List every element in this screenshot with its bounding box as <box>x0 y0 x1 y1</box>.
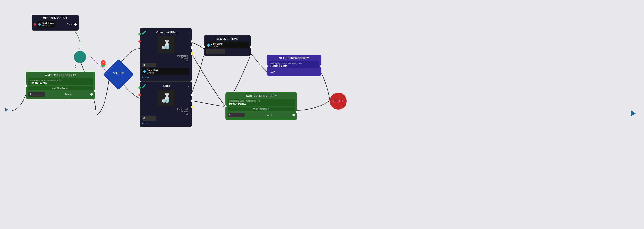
get-item-count-title: GET ITEM COUNT <box>34 17 76 20</box>
elixir-quantity[interactable] <box>142 116 156 120</box>
remove-item-sub: My Item <box>211 45 222 48</box>
consume-id-port <box>190 52 193 55</box>
remove-items-node: REMOVE ITEMS Dark Elixir My Item <box>204 35 251 56</box>
consume-purchased-port <box>190 40 193 43</box>
wait1-right-port <box>94 90 96 92</box>
consume-bottle-icon: 🧪 <box>142 30 147 35</box>
wait2-path2: Health Points <box>229 102 294 105</box>
wait2-path1: Gameplay Data › Gameplay Info <box>229 100 294 102</box>
reset-button[interactable]: RESET <box>330 93 347 110</box>
greater-than-symbol: › <box>79 55 80 59</box>
wait1-title: WAIT USERPROPERTY <box>28 74 93 77</box>
consume-left-red <box>138 40 141 43</box>
zero-label: 0 <box>75 65 76 68</box>
reset-label: RESET <box>334 100 343 103</box>
elixir-left-red <box>138 94 141 96</box>
remove-left-port <box>202 46 205 48</box>
wait-userproperty-1-node: WAIT USERPROPERTY Gameplay Data › Gamepl… <box>26 72 95 100</box>
set-path2: Health Points <box>270 64 318 68</box>
dark-elixir-badge: Dark Elixir My Item <box>37 21 55 28</box>
wait2-right-port <box>296 110 298 113</box>
elixir-ended-label: Ended <box>142 110 188 113</box>
wait2-left-port <box>224 105 227 108</box>
set-left-port <box>266 65 268 68</box>
elixir-bottle-icon: 🧪 <box>142 84 147 88</box>
consume-add-btn[interactable]: Add + <box>142 76 149 79</box>
consume-item-name: Dark Elixir <box>147 69 158 72</box>
elixir-bottle-img: 🍶 <box>157 90 174 106</box>
diamond-icon <box>38 22 42 26</box>
set-path1: Gameplay Data › Gameplay Info <box>270 62 318 64</box>
consume-dropdown-icon[interactable]: ⌄ <box>187 31 190 34</box>
elixir-id-port <box>190 106 193 108</box>
wait2-event-label: Event <box>266 114 272 116</box>
get-item-count-node: GET ITEM COUNT Dark Elixir My Item Count <box>32 14 79 30</box>
right-side-arrow <box>631 110 636 116</box>
elixir-title: Elixir <box>164 84 170 88</box>
consume-item-badge: Dark Elixir My Item <box>142 68 190 75</box>
wait1-path1: Gameplay Data › Gameplay Info <box>30 79 92 82</box>
elixir-purchased-port <box>190 94 193 96</box>
consume-elixir-node: 🧪 Consume Elixir ⌄ 🍶 Purchased Ended Id … <box>140 28 192 81</box>
remove-value-input[interactable] <box>206 49 225 54</box>
elixir-purchased-label: Purchased <box>142 108 188 110</box>
ended-label: Ended <box>142 57 188 60</box>
remove-diamond-icon <box>207 43 210 46</box>
id-label: Id <box>142 60 188 62</box>
purchased-label: Purchased <box>142 54 188 57</box>
elixir-ended-port <box>190 100 193 102</box>
start-arrow <box>5 108 8 111</box>
remove-right-port <box>250 46 252 48</box>
elixir-id-label: Id <box>142 113 188 115</box>
consume-bottle-img: 🍶 <box>157 36 174 53</box>
x-badge: ✕ <box>101 60 106 65</box>
set-userproperty-node: SET USERPROPERTY Gameplay Data › Gamepla… <box>267 54 321 76</box>
x-icon: ✕ <box>102 61 104 64</box>
wait2-value-input[interactable] <box>228 113 245 117</box>
consume-title: Consume Elixir <box>156 31 178 34</box>
remove-title: REMOVE ITEMS <box>206 37 249 40</box>
remove-item-badge: Dark Elixir My Item <box>206 42 249 48</box>
count-label: Count <box>67 23 73 26</box>
wait1-path2: Health Points <box>30 82 92 84</box>
item-name: Dark Elixir <box>42 22 54 24</box>
port-left-red <box>34 23 36 26</box>
elixir-dropdown-icon[interactable]: ⌄ <box>187 84 190 88</box>
consume-quantity[interactable] <box>142 63 156 67</box>
wait2-condition: Wait Number > <box>228 107 295 111</box>
remove-item-name: Dark Elixir <box>211 42 222 45</box>
consume-left-port <box>138 33 141 36</box>
consume-diamond-icon <box>143 70 146 73</box>
elixir-node: 🧪 Elixir ⌄ 🍶 Purchased Ended Id Add + <box>140 81 192 127</box>
item-sub: My Item <box>42 24 54 27</box>
wait1-value-input[interactable] <box>28 92 45 96</box>
wait-userproperty-2-node: WAIT USERPROPERTY Gameplay Data › Gamepl… <box>226 92 297 120</box>
port-count-out <box>74 23 76 26</box>
wait2-event-port <box>292 114 295 116</box>
value-label: VALUE <box>108 71 130 75</box>
wait1-event-port <box>90 93 93 96</box>
wait1-condition: Wait Number <= <box>28 86 93 90</box>
wait1-event-label: Event <box>65 93 71 96</box>
play-greater-btn[interactable]: › <box>74 51 86 63</box>
elixir-add-btn[interactable]: Add + <box>142 122 149 125</box>
wait2-title: WAIT USERPROPERTY <box>228 94 295 97</box>
consume-ended-port <box>190 46 193 49</box>
elixir-left-port <box>138 86 141 89</box>
set-right-port <box>320 65 322 68</box>
consume-item-sub: My Item <box>147 72 158 74</box>
wait1-left-port <box>25 84 27 87</box>
set-value-input[interactable] <box>269 70 293 74</box>
set-title: SET USERPROPERTY <box>269 57 319 60</box>
